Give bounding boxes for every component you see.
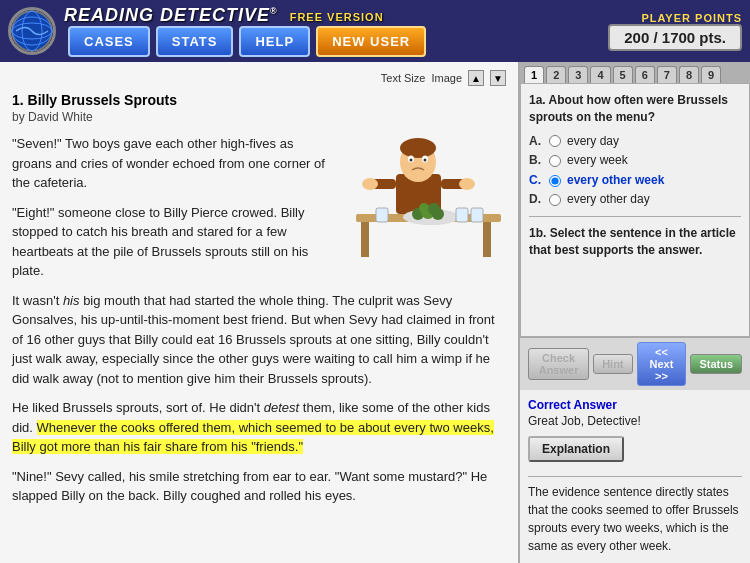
explanation-divider xyxy=(528,476,742,477)
highlight-sentence[interactable]: Whenever the cooks offered them, which s… xyxy=(12,420,494,455)
option-d: D. every other day xyxy=(529,192,741,208)
paragraph-4: He liked Brussels sprouts, sort of. He d… xyxy=(12,398,506,457)
svg-point-13 xyxy=(424,159,427,162)
explanation-button[interactable]: Explanation xyxy=(528,436,624,462)
correct-answer-label: Correct Answer xyxy=(528,398,742,412)
question-tabs: 1 2 3 4 5 6 7 8 9 xyxy=(520,62,750,83)
svg-point-9 xyxy=(400,138,436,158)
svg-rect-25 xyxy=(471,208,483,222)
option-b: B. every week xyxy=(529,153,741,169)
option-c: C. every other week xyxy=(529,173,741,189)
correct-answer-text: Great Job, Detective! xyxy=(528,414,742,428)
article-title: 1. Billy Brussels Sprouts xyxy=(12,92,506,108)
image-up-button[interactable]: ▲ xyxy=(468,70,484,86)
article-illustration xyxy=(346,134,506,270)
action-row: Check Answer Hint << Next >> Status xyxy=(520,337,750,390)
illustration-svg xyxy=(346,134,506,264)
text-size-label: Text Size xyxy=(381,72,426,84)
svg-rect-24 xyxy=(456,208,468,222)
svg-rect-26 xyxy=(376,208,388,222)
question-1b-text: 1b. Select the sentence in the article t… xyxy=(529,225,741,259)
paragraph-5: "Nine!" Sevy called, his smile stretchin… xyxy=(12,467,506,506)
svg-point-22 xyxy=(419,203,429,213)
player-points-label: PLAYER POINTS xyxy=(641,12,742,24)
tab-8[interactable]: 8 xyxy=(679,66,699,83)
question-content: 1a. About how often were Brussels sprout… xyxy=(520,83,750,337)
explanation-text: The evidence sentence directly states th… xyxy=(528,483,742,555)
globe-icon xyxy=(11,10,53,52)
article-body: "Seven!" Two boys gave each other high-f… xyxy=(12,134,506,506)
tab-9[interactable]: 9 xyxy=(701,66,721,83)
question-divider xyxy=(529,216,741,217)
question-1a-text: 1a. About how often were Brussels sprout… xyxy=(529,92,741,126)
toolbar: Text Size Image ▲ ▼ xyxy=(12,70,506,86)
next-button[interactable]: << Next >> xyxy=(637,342,687,386)
right-panel: 1 2 3 4 5 6 7 8 9 1a. About how often we… xyxy=(520,62,750,563)
status-button[interactable]: Status xyxy=(690,354,742,374)
radio-option-a[interactable] xyxy=(549,135,561,147)
image-down-button[interactable]: ▼ xyxy=(490,70,506,86)
svg-point-17 xyxy=(459,178,475,190)
check-answer-button[interactable]: Check Answer xyxy=(528,348,589,380)
tab-1[interactable]: 1 xyxy=(524,66,544,83)
tab-3[interactable]: 3 xyxy=(568,66,588,83)
help-button[interactable]: HELP xyxy=(239,26,310,57)
hint-button[interactable]: Hint xyxy=(593,354,632,374)
app-title: READING DETECTIVE® FREE VERSION xyxy=(64,5,384,26)
image-label: Image xyxy=(431,72,462,84)
option-b-label: every week xyxy=(567,153,628,169)
option-c-label: every other week xyxy=(567,173,664,189)
option-d-label: every other day xyxy=(567,192,650,208)
left-panel: Text Size Image ▲ ▼ 1. Billy Brussels Sp… xyxy=(0,62,520,563)
correct-area: Correct Answer Great Job, Detective! Exp… xyxy=(520,390,750,563)
stats-button[interactable]: STATS xyxy=(156,26,234,57)
player-points-area: PLAYER POINTS 200 / 1700 pts. xyxy=(608,12,742,51)
svg-rect-6 xyxy=(483,222,491,257)
tab-7[interactable]: 7 xyxy=(657,66,677,83)
tab-2[interactable]: 2 xyxy=(546,66,566,83)
radio-option-b[interactable] xyxy=(549,155,561,167)
nav-buttons: CASES STATS HELP NEW USER xyxy=(68,26,426,57)
svg-point-16 xyxy=(362,178,378,190)
tab-4[interactable]: 4 xyxy=(590,66,610,83)
logo-text-area: READING DETECTIVE® FREE VERSION CASES ST… xyxy=(64,5,426,57)
radio-option-d[interactable] xyxy=(549,194,561,206)
main-content: Text Size Image ▲ ▼ 1. Billy Brussels Sp… xyxy=(0,62,750,563)
cases-button[interactable]: CASES xyxy=(68,26,150,57)
svg-point-23 xyxy=(428,203,440,215)
svg-rect-5 xyxy=(361,222,369,257)
article-author: by David White xyxy=(12,110,506,124)
radio-option-c[interactable] xyxy=(549,175,561,187)
tab-6[interactable]: 6 xyxy=(635,66,655,83)
tab-5[interactable]: 5 xyxy=(613,66,633,83)
option-a: A. every day xyxy=(529,134,741,150)
logo-globe xyxy=(8,7,56,55)
new-user-button[interactable]: NEW USER xyxy=(316,26,426,57)
header: READING DETECTIVE® FREE VERSION CASES ST… xyxy=(0,0,750,62)
option-a-label: every day xyxy=(567,134,619,150)
player-points-value: 200 / 1700 pts. xyxy=(608,24,742,51)
paragraph-3: It wasn't his big mouth that had started… xyxy=(12,291,506,389)
svg-point-12 xyxy=(410,159,413,162)
free-version-label: FREE VERSION xyxy=(290,11,384,23)
